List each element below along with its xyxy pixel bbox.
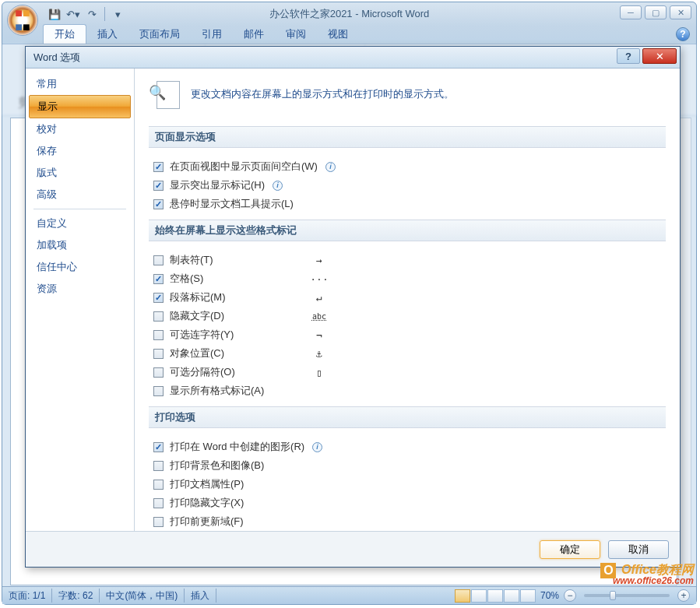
nav-customize[interactable]: 自定义: [29, 213, 131, 234]
close-button[interactable]: ✕: [670, 5, 691, 19]
label-print-properties: 打印文档属性(P): [170, 477, 244, 491]
status-mode[interactable]: 插入: [191, 589, 209, 603]
content-header-text: 更改文档内容在屏幕上的显示方式和在打印时的显示方式。: [191, 87, 454, 101]
nav-addins[interactable]: 加载项: [29, 234, 131, 256]
checkbox-spaces[interactable]: [153, 274, 164, 284]
office-logo-icon: ■■■■: [15, 6, 30, 34]
view-print-layout[interactable]: [455, 589, 470, 603]
undo-icon[interactable]: ↶▾: [65, 5, 82, 23]
checkbox-print-drawings[interactable]: [153, 442, 164, 452]
status-word-count[interactable]: 字数: 62: [58, 589, 93, 603]
zoom-thumb[interactable]: [610, 591, 616, 600]
window-controls: ─ ▢ ✕: [620, 5, 691, 19]
section-format-marks: 始终在屏幕上显示这些格式标记: [149, 220, 666, 241]
nav-general[interactable]: 常用: [29, 73, 131, 95]
info-icon[interactable]: i: [273, 181, 283, 191]
watermark: O Office教程网 www.office26.com: [600, 562, 694, 586]
tab-insert[interactable]: 插入: [86, 25, 128, 44]
minimize-button[interactable]: ─: [620, 5, 642, 19]
dialog-titlebar[interactable]: Word 选项 ? ✕: [26, 47, 680, 69]
checkbox-optional-hyphen[interactable]: [153, 330, 164, 340]
label-paragraph: 段落标记(M): [170, 290, 226, 304]
tab-references[interactable]: 引用: [191, 25, 233, 44]
checkbox-optional-break[interactable]: [153, 367, 164, 378]
info-icon[interactable]: i: [325, 162, 336, 172]
view-web[interactable]: [487, 589, 503, 603]
label-object-anchor: 对象位置(C): [170, 346, 224, 360]
nav-display[interactable]: 显示: [29, 95, 131, 118]
label-print-drawings: 打印在 Word 中创建的图形(R): [170, 440, 304, 454]
label-show-tooltips: 悬停时显示文档工具提示(L): [170, 197, 294, 211]
symbol-hidden: abc: [308, 312, 331, 321]
checkbox-show-highlight[interactable]: [153, 181, 164, 191]
dialog-footer: 确定 取消: [26, 531, 680, 567]
zoom-slider[interactable]: [584, 594, 670, 597]
ok-button[interactable]: 确定: [540, 540, 600, 559]
symbol-paragraph: ↵: [308, 292, 331, 304]
view-draft[interactable]: [520, 589, 536, 603]
section-page-display: 页面显示选项: [149, 126, 666, 148]
label-tabs: 制表符(T): [170, 253, 213, 267]
nav-proofing[interactable]: 校对: [29, 118, 131, 140]
window-title: 办公软件之家2021 - Microsoft Word: [269, 7, 430, 21]
label-show-all: 显示所有格式标记(A): [170, 384, 264, 398]
redo-icon[interactable]: ↷: [83, 5, 100, 23]
dialog-help-icon[interactable]: ?: [617, 48, 640, 64]
label-optional-hyphen: 可选连字符(Y): [170, 328, 234, 342]
checkbox-show-whitespace[interactable]: [153, 162, 164, 172]
status-page[interactable]: 页面: 1/1: [9, 589, 45, 603]
dialog-close-icon[interactable]: ✕: [642, 48, 677, 64]
tab-review[interactable]: 审阅: [275, 25, 317, 44]
zoom-out-icon[interactable]: −: [564, 589, 576, 602]
maximize-button[interactable]: ▢: [645, 5, 667, 19]
view-buttons: [455, 589, 536, 603]
label-show-highlight: 显示突出显示标记(H): [170, 178, 265, 192]
checkbox-hidden-text[interactable]: [153, 311, 164, 322]
nav-save[interactable]: 保存: [29, 140, 131, 162]
cancel-button[interactable]: 取消: [608, 540, 669, 559]
dialog-title-text: Word 选项: [33, 51, 80, 65]
qat-separator: [104, 7, 105, 21]
tab-home[interactable]: 开始: [43, 24, 86, 44]
label-show-whitespace: 在页面视图中显示页面间空白(W): [170, 160, 318, 174]
checkbox-print-hidden[interactable]: [153, 498, 164, 508]
symbol-hyphen: ¬: [308, 329, 331, 341]
save-icon[interactable]: 💾: [46, 5, 63, 23]
nav-trust-center[interactable]: 信任中心: [29, 256, 131, 278]
checkbox-print-properties[interactable]: [153, 480, 164, 490]
watermark-url: www.office26.com: [600, 575, 694, 586]
qat-customize-icon[interactable]: ▾: [109, 5, 126, 23]
display-options-icon: [149, 78, 180, 111]
checkbox-object-anchor[interactable]: [153, 349, 164, 359]
checkbox-paragraph[interactable]: [153, 293, 164, 303]
view-outline[interactable]: [504, 589, 519, 603]
checkbox-update-fields[interactable]: [153, 517, 164, 527]
label-print-background: 打印背景色和图像(B): [170, 459, 264, 473]
tab-view[interactable]: 视图: [317, 25, 359, 44]
checkbox-print-background[interactable]: [153, 461, 164, 471]
tab-mailings[interactable]: 邮件: [233, 25, 275, 44]
zoom-percent[interactable]: 70%: [540, 590, 559, 601]
symbol-anchor: ⚓: [308, 348, 331, 360]
help-icon[interactable]: ?: [676, 27, 690, 41]
label-optional-break: 可选分隔符(O): [170, 365, 235, 379]
label-hidden-text: 隐藏文字(D): [170, 309, 224, 323]
watermark-text: Office教程网: [621, 563, 694, 576]
zoom-in-icon[interactable]: +: [677, 589, 690, 602]
nav-resources[interactable]: 资源: [29, 278, 131, 300]
status-language[interactable]: 中文(简体，中国): [106, 589, 178, 603]
nav-advanced[interactable]: 高级: [29, 184, 131, 206]
nav-layout[interactable]: 版式: [29, 162, 131, 184]
ribbon-tabs: 开始 插入 页面布局 引用 邮件 审阅 视图 ?: [2, 26, 696, 44]
label-spaces: 空格(S): [170, 272, 203, 286]
quick-access-toolbar: 💾 ↶▾ ↷ ▾: [46, 5, 126, 23]
info-icon[interactable]: i: [312, 442, 322, 452]
section-print: 打印选项: [149, 406, 666, 428]
office-button[interactable]: ■■■■: [7, 5, 38, 36]
checkbox-show-tooltips[interactable]: [153, 199, 164, 209]
checkbox-tabs[interactable]: [153, 255, 164, 265]
checkbox-show-all[interactable]: [153, 386, 164, 396]
tab-page-layout[interactable]: 页面布局: [128, 25, 191, 44]
titlebar: ■■■■ 💾 ↶▾ ↷ ▾ 办公软件之家2021 - Microsoft Wor…: [2, 2, 696, 26]
view-full-screen[interactable]: [471, 589, 487, 603]
